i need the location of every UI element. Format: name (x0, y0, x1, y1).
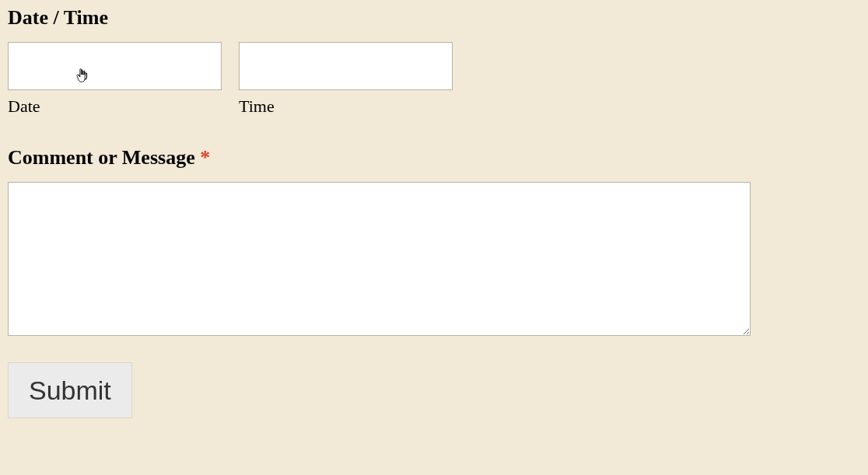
message-section: Comment or Message * (8, 146, 860, 336)
date-input[interactable] (8, 42, 222, 90)
date-time-heading: Date / Time (8, 6, 860, 30)
submit-button[interactable]: Submit (8, 362, 132, 418)
date-field-column: Date (8, 42, 222, 117)
time-input[interactable] (239, 42, 453, 90)
date-time-row: Date Time (8, 42, 860, 117)
date-sub-label: Date (8, 96, 222, 117)
time-sub-label: Time (239, 96, 453, 117)
message-heading: Comment or Message * (8, 146, 860, 169)
date-time-section: Date / Time Date Time (8, 6, 860, 117)
message-textarea[interactable] (8, 182, 751, 336)
message-heading-text: Comment or Message (8, 146, 200, 169)
required-asterisk: * (200, 146, 210, 169)
time-field-column: Time (239, 42, 453, 117)
